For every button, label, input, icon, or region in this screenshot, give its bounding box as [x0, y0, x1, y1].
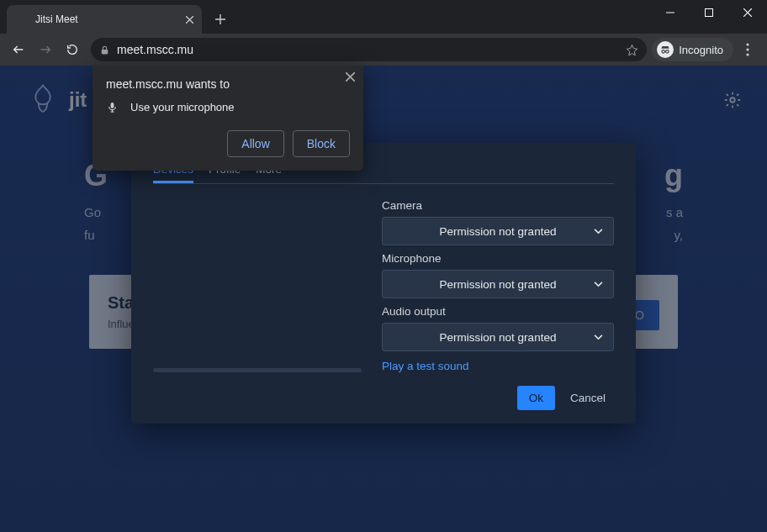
- svg-rect-0: [706, 9, 713, 17]
- back-button[interactable]: [5, 36, 32, 63]
- incognito-icon: [657, 41, 674, 58]
- microphone-icon: [106, 101, 119, 113]
- window-maximize-button[interactable]: [690, 0, 728, 25]
- camera-preview: [153, 199, 362, 372]
- reload-button[interactable]: [59, 36, 86, 63]
- cancel-button[interactable]: Cancel: [562, 386, 614, 410]
- block-button[interactable]: Block: [293, 130, 350, 157]
- svg-point-5: [746, 48, 748, 50]
- permission-title: meet.mscc.mu wants to: [106, 77, 350, 91]
- svg-rect-8: [111, 103, 114, 108]
- microphone-label: Microphone: [382, 252, 614, 265]
- tab-close-icon[interactable]: [186, 16, 193, 24]
- forward-button[interactable]: [32, 36, 59, 63]
- permission-item: Use your microphone: [130, 101, 235, 113]
- audio-output-select[interactable]: Permission not granted: [382, 323, 614, 351]
- browser-menu-button[interactable]: [733, 43, 762, 56]
- window-close-button[interactable]: [728, 0, 767, 25]
- svg-point-6: [746, 53, 748, 55]
- microphone-select[interactable]: Permission not granted: [382, 270, 614, 298]
- browser-tab[interactable]: Jitsi Meet: [7, 5, 202, 34]
- tab-favicon: [15, 13, 29, 26]
- incognito-badge[interactable]: Incognito: [652, 38, 733, 61]
- tab-title: Jitsi Meet: [35, 13, 186, 25]
- address-bar[interactable]: meet.mscc.mu: [91, 38, 647, 61]
- ok-button[interactable]: Ok: [517, 386, 555, 410]
- chevron-down-icon: [594, 334, 603, 340]
- mic-level-bar: [153, 368, 362, 372]
- url-text: meet.mscc.mu: [117, 43, 626, 56]
- window-minimize-button[interactable]: [651, 0, 690, 25]
- allow-button[interactable]: Allow: [227, 130, 283, 157]
- svg-point-2: [662, 50, 665, 54]
- permission-prompt: meet.mscc.mu wants to Use your microphon…: [93, 66, 363, 171]
- lock-icon: [99, 45, 110, 55]
- settings-modal: Settings Devices Profile More Camera Per…: [131, 143, 636, 424]
- chevron-down-icon: [594, 282, 603, 287]
- camera-select[interactable]: Permission not granted: [382, 217, 614, 245]
- audio-output-label: Audio output: [382, 305, 614, 318]
- svg-point-4: [746, 43, 748, 45]
- camera-label: Camera: [382, 199, 614, 212]
- svg-rect-1: [102, 49, 108, 53]
- new-tab-button[interactable]: [209, 8, 232, 31]
- permission-close-icon[interactable]: [346, 72, 355, 82]
- chevron-down-icon: [594, 229, 603, 234]
- svg-point-3: [666, 50, 669, 54]
- play-test-sound-link[interactable]: Play a test sound: [382, 360, 469, 372]
- bookmark-star-icon[interactable]: [626, 44, 638, 56]
- incognito-label: Incognito: [679, 44, 723, 56]
